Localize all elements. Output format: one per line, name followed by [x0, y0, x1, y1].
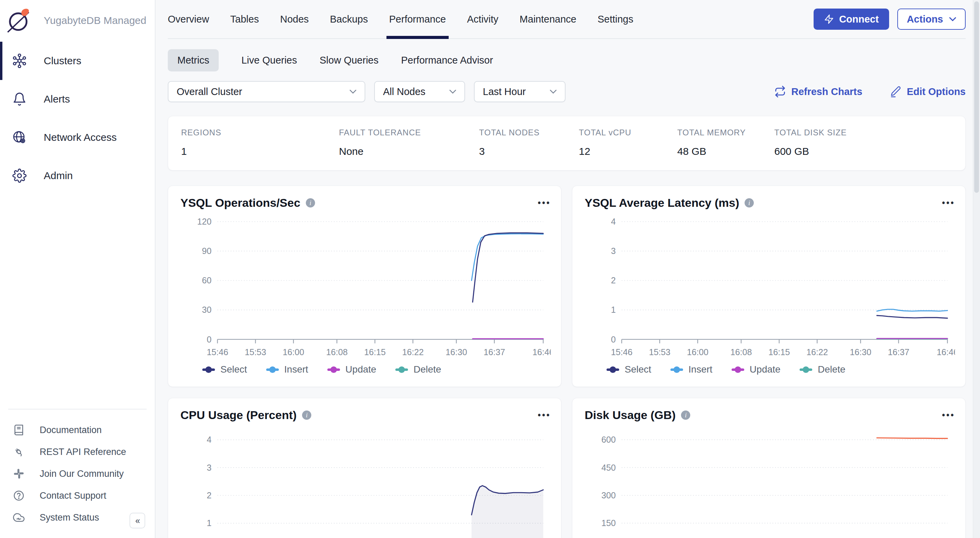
lightning-icon [824, 14, 834, 24]
legend-item-select[interactable]: Select [606, 364, 651, 375]
tab-overview[interactable]: Overview [168, 0, 209, 38]
sidebar: YugabyteDB Managed Clusters [0, 0, 156, 538]
edit-options-link[interactable]: Edit Options [890, 86, 966, 97]
legend-label: Insert [284, 364, 308, 375]
tab-activity[interactable]: Activity [467, 0, 498, 38]
ysql-operations-plot: 030609012015:4615:5316:0016:0816:1516:22… [180, 215, 551, 357]
info-icon[interactable]: i [745, 198, 754, 207]
svg-text:4: 4 [611, 217, 616, 226]
chart-header: CPU Usage (Percent) i ••• [180, 409, 551, 422]
stat-value: 48 GB [677, 146, 774, 157]
cloud-status-icon [13, 512, 25, 523]
tab-performance[interactable]: Performance [389, 0, 446, 38]
svg-text:16:46: 16:46 [937, 347, 955, 357]
book-icon [13, 424, 25, 436]
tab-nodes[interactable]: Nodes [280, 0, 309, 38]
nodes-select-value: All Nodes [383, 86, 425, 97]
legend-item-delete[interactable]: Delete [800, 364, 845, 375]
scrollbar[interactable] [973, 0, 980, 538]
refresh-charts-label: Refresh Charts [791, 86, 862, 97]
stat-value: 600 GB [774, 146, 965, 157]
sidebar-item-clusters[interactable]: Clusters [0, 42, 155, 80]
sidebar-collapse-button[interactable]: « [129, 513, 145, 528]
legend-item-insert[interactable]: Insert [266, 364, 308, 375]
chart-menu-button[interactable]: ••• [942, 410, 955, 420]
legend-label: Insert [689, 364, 713, 375]
performance-subtabs: Metrics Live Queries Slow Queries Perfor… [168, 49, 966, 72]
tab-maintenance[interactable]: Maintenance [520, 0, 576, 38]
connect-button[interactable]: Connect [814, 8, 889, 30]
chart-menu-button[interactable]: ••• [942, 198, 955, 208]
stat-total-memory: TOTAL MEMORY 48 GB [677, 128, 774, 157]
legend-label: Select [220, 364, 247, 375]
svg-text:16:08: 16:08 [326, 347, 347, 357]
sidebar-item-rest-api-reference[interactable]: REST API Reference [0, 441, 155, 463]
stat-label: FAULT TOLERANCE [339, 128, 479, 137]
time-range-select[interactable]: Last Hour [474, 81, 565, 102]
nodes-select[interactable]: All Nodes [374, 81, 465, 102]
actions-button[interactable]: Actions [897, 8, 966, 30]
sidebar-nav: Clusters Alerts [0, 42, 155, 195]
brand-name: YugabyteDB Managed [44, 15, 146, 26]
svg-text:15:53: 15:53 [245, 347, 266, 357]
stat-total-vcpu: TOTAL vCPU 12 [579, 128, 677, 157]
brand: YugabyteDB Managed [0, 0, 155, 41]
chart-header: YSQL Operations/Sec i ••• [180, 196, 551, 210]
stat-value: 1 [181, 146, 339, 157]
subtab-metrics[interactable]: Metrics [168, 49, 219, 72]
subtab-slow-queries[interactable]: Slow Queries [320, 49, 378, 72]
chart-header: Disk Usage (GB) i ••• [585, 409, 955, 422]
stat-value: 3 [479, 146, 579, 157]
svg-text:4: 4 [207, 435, 212, 445]
tab-backups[interactable]: Backups [330, 0, 368, 38]
svg-text:450: 450 [601, 463, 616, 473]
svg-text:1: 1 [611, 305, 616, 314]
clusters-icon [12, 54, 27, 68]
sidebar-item-alerts[interactable]: Alerts [0, 80, 155, 118]
stat-value: 12 [579, 146, 677, 157]
chart-menu-button[interactable]: ••• [538, 410, 551, 420]
legend-item-update[interactable]: Update [327, 364, 376, 375]
chart-card-cpu-usage: CPU Usage (Percent) i ••• 0123415:4615:5… [168, 398, 562, 538]
connect-label: Connect [839, 14, 879, 25]
info-icon[interactable]: i [681, 411, 690, 420]
svg-text:0: 0 [611, 334, 616, 344]
subtab-performance-advisor[interactable]: Performance Advisor [401, 49, 493, 72]
tab-tables[interactable]: Tables [230, 0, 259, 38]
stat-label: TOTAL DISK SIZE [774, 128, 965, 137]
chart-header: YSQL Average Latency (ms) i ••• [585, 196, 955, 210]
refresh-charts-link[interactable]: Refresh Charts [774, 86, 862, 97]
plug-icon [13, 446, 25, 458]
chart-menu-button[interactable]: ••• [538, 198, 551, 208]
svg-text:16:15: 16:15 [768, 347, 790, 357]
tab-settings[interactable]: Settings [598, 0, 633, 38]
info-icon[interactable]: i [306, 198, 315, 207]
stat-total-disk-size: TOTAL DISK SIZE 600 GB [774, 128, 965, 157]
legend-marker-icon [202, 368, 215, 371]
legend-item-select[interactable]: Select [202, 364, 247, 375]
legend-label: Delete [818, 364, 845, 375]
legend-item-update[interactable]: Update [732, 364, 780, 375]
sidebar-item-documentation[interactable]: Documentation [0, 419, 155, 441]
cluster-select[interactable]: Overall Cluster [168, 81, 365, 102]
sidebar-item-join-our-community[interactable]: Join Our Community [0, 463, 155, 485]
legend-marker-icon [606, 368, 619, 371]
stat-fault-tolerance: FAULT TOLERANCE None [339, 128, 479, 157]
edit-options-label: Edit Options [907, 86, 966, 97]
legend-item-delete[interactable]: Delete [395, 364, 441, 375]
pencil-icon [890, 86, 901, 97]
sidebar-item-network-access[interactable]: Network Access [0, 118, 155, 156]
legend-item-insert[interactable]: Insert [670, 364, 713, 375]
svg-text:1: 1 [207, 519, 212, 528]
sidebar-item-admin[interactable]: Admin [0, 156, 155, 195]
svg-text:150: 150 [601, 518, 616, 528]
svg-text:16:15: 16:15 [364, 347, 386, 357]
sidebar-item-contact-support[interactable]: Contact Support [0, 485, 155, 506]
scrollbar-thumb[interactable] [974, 2, 979, 193]
actions-label: Actions [907, 14, 943, 25]
svg-text:16:22: 16:22 [402, 347, 424, 357]
sidebar-item-label: Join Our Community [40, 469, 124, 479]
subtab-live-queries[interactable]: Live Queries [241, 49, 297, 72]
info-icon[interactable]: i [302, 411, 311, 420]
disk-usage-plot: 015030045060015:4615:5316:0016:0816:1516… [585, 427, 955, 538]
